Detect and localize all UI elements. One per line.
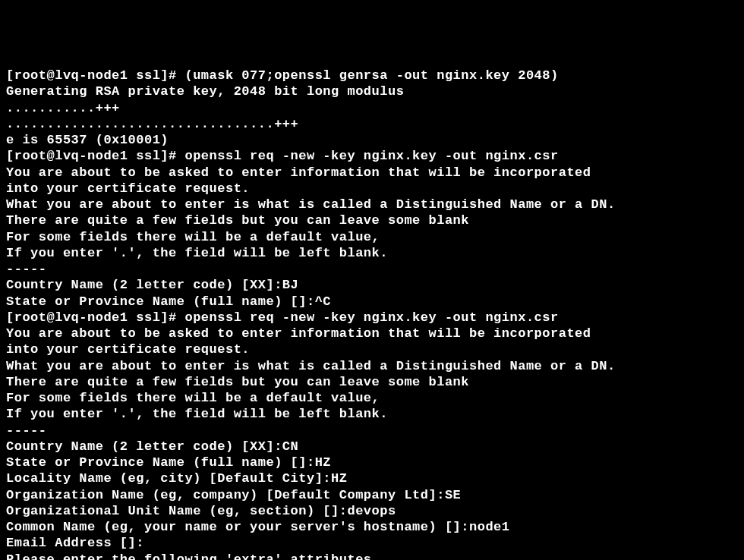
terminal-line: [root@lvq-node1 ssl]# openssl req -new -… xyxy=(6,148,738,164)
terminal-line: Email Address []: xyxy=(6,535,738,551)
terminal-line: Country Name (2 letter code) [XX]:CN xyxy=(6,439,738,455)
terminal-line: into your certificate request. xyxy=(6,341,738,357)
terminal-line: into your certificate request. xyxy=(6,181,738,197)
terminal-line: Organizational Unit Name (eg, section) [… xyxy=(6,503,738,519)
terminal-line: State or Province Name (full name) []:HZ xyxy=(6,455,738,470)
terminal-line: There are quite a few fields but you can… xyxy=(6,212,738,228)
terminal-line: For some fields there will be a default … xyxy=(6,229,738,245)
terminal-line: [root@lvq-node1 ssl]# (umask 077;openssl… xyxy=(6,68,738,83)
terminal-line: You are about to be asked to enter infor… xyxy=(6,326,738,341)
terminal-line: There are quite a few fields but you can… xyxy=(6,374,738,390)
terminal-line: ...........+++ xyxy=(6,100,738,116)
terminal-line: Organization Name (eg, company) [Default… xyxy=(6,487,738,503)
terminal-line: Generating RSA private key, 2048 bit lon… xyxy=(6,83,738,99)
terminal-line: You are about to be asked to enter infor… xyxy=(6,165,738,181)
terminal-line: ----- xyxy=(6,423,738,439)
terminal-line: State or Province Name (full name) []:^C xyxy=(6,294,738,310)
terminal-line: What you are about to enter is what is c… xyxy=(6,358,738,374)
terminal-line: .................................+++ xyxy=(6,116,738,132)
terminal-line: [root@lvq-node1 ssl]# openssl req -new -… xyxy=(6,310,738,326)
terminal-line: Country Name (2 letter code) [XX]:BJ xyxy=(6,277,738,293)
terminal-line: Common Name (eg, your name or your serve… xyxy=(6,519,738,535)
terminal-line: Please enter the following 'extra' attri… xyxy=(6,552,738,561)
terminal-line: e is 65537 (0x10001) xyxy=(6,132,738,148)
terminal-line: What you are about to enter is what is c… xyxy=(6,197,738,212)
terminal-line: For some fields there will be a default … xyxy=(6,390,738,406)
terminal-line: If you enter '.', the field will be left… xyxy=(6,245,738,261)
terminal-line: If you enter '.', the field will be left… xyxy=(6,406,738,422)
terminal-line: ----- xyxy=(6,261,738,277)
terminal-line: Locality Name (eg, city) [Default City]:… xyxy=(6,470,738,486)
terminal-output[interactable]: [root@lvq-node1 ssl]# (umask 077;openssl… xyxy=(6,68,738,560)
